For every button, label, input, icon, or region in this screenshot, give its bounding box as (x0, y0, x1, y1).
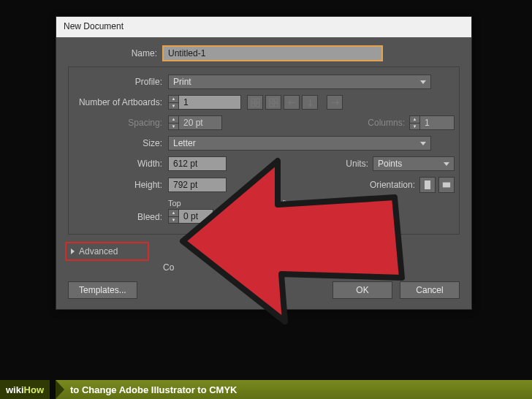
ok-button[interactable]: OK (332, 281, 392, 299)
artboards-label: Number of Artboards: (73, 97, 168, 107)
units-select[interactable]: Points (373, 156, 455, 171)
arrange-col-icon[interactable] (302, 95, 318, 110)
units-label: Units: (346, 159, 373, 169)
advanced-disclosure[interactable]: Advanced (65, 242, 149, 261)
dialog-titlebar[interactable]: New Document (56, 17, 471, 37)
orientation-landscape-icon[interactable] (438, 177, 455, 193)
artboard-arrangement-icons (247, 95, 343, 110)
spacing-label: Spacing: (73, 118, 168, 128)
profile-select[interactable]: Print (168, 75, 431, 89)
artboards-input[interactable] (178, 95, 241, 110)
bleed-right-input[interactable] (336, 209, 371, 224)
height-input[interactable] (168, 178, 227, 192)
orientation-label: Orientation: (370, 180, 419, 190)
bleed-top-label: Top (168, 199, 213, 208)
bleed-top-input[interactable] (178, 209, 213, 224)
svg-rect-6 (274, 98, 278, 102)
units-value: Points (378, 159, 402, 169)
obscured-info-line: Co gn to Pixel Grid:No (68, 262, 460, 273)
brand-post: How (24, 384, 44, 395)
wikihow-logo: wikiHow (0, 380, 56, 399)
bleed-bottom-stepper[interactable]: ▲▼ (221, 209, 266, 224)
bleed-left-input[interactable] (284, 209, 319, 224)
width-label: Width: (73, 159, 168, 169)
svg-rect-0 (251, 98, 254, 102)
grid-by-row-icon[interactable] (247, 95, 263, 110)
bleed-label: Bleed: (73, 212, 168, 224)
settings-panel: Profile: Print Number of Artboards: ▲▼ (68, 66, 460, 235)
bleed-right-stepper[interactable]: ▲▼ (326, 209, 371, 224)
cancel-button[interactable]: Cancel (400, 281, 460, 299)
arrange-row-rtl-icon[interactable] (284, 95, 300, 110)
svg-rect-1 (256, 98, 259, 102)
bleed-bottom-label (221, 199, 266, 208)
svg-rect-3 (256, 103, 259, 107)
templates-button[interactable]: Templates... (68, 281, 137, 299)
new-document-dialog: New Document Name: Profile: Print Number… (56, 16, 472, 310)
svg-rect-7 (274, 103, 278, 107)
bleed-top-stepper[interactable]: ▲▼ (168, 209, 213, 224)
disclosure-triangle-icon (71, 248, 75, 254)
bleed-left-stepper[interactable]: ▲▼ (273, 209, 319, 224)
name-input[interactable] (163, 46, 382, 61)
bleed-link-icon[interactable] (379, 209, 390, 224)
name-label: Name: (68, 48, 163, 58)
svg-rect-4 (269, 98, 273, 102)
brand-pre: wiki (6, 384, 24, 395)
obscured-left: Co (163, 262, 174, 273)
banner-title: to Change Adobe Illustrator to CMYK (70, 384, 237, 395)
arrange-row-ltr-icon[interactable] (327, 95, 343, 110)
spacing-input (178, 115, 222, 130)
size-select[interactable]: Letter (168, 136, 431, 151)
dialog-title: New Document (64, 21, 123, 31)
columns-stepper: ▲▼ (409, 115, 455, 130)
columns-input (419, 115, 455, 130)
bleed-left-label: Left (273, 199, 319, 208)
svg-rect-8 (425, 180, 430, 189)
artboards-stepper[interactable]: ▲▼ (168, 95, 241, 110)
svg-rect-5 (269, 103, 273, 107)
height-label: Height: (73, 180, 168, 190)
width-input[interactable] (168, 156, 227, 171)
size-label: Size: (73, 138, 168, 148)
bleed-right-label: Right (326, 199, 371, 208)
columns-label: Columns: (368, 118, 409, 128)
wikihow-banner: wikiHow to Change Adobe Illustrator to C… (0, 380, 532, 399)
profile-label: Profile: (73, 77, 168, 87)
profile-value: Print (173, 77, 191, 87)
svg-rect-2 (251, 103, 254, 107)
advanced-label: Advanced (79, 246, 118, 256)
svg-rect-9 (443, 183, 450, 188)
orientation-portrait-icon[interactable] (419, 177, 436, 193)
grid-by-col-icon[interactable] (265, 95, 281, 110)
bleed-bottom-input[interactable] (231, 209, 266, 224)
spacing-stepper: ▲▼ (168, 115, 222, 130)
size-value: Letter (173, 138, 196, 148)
obscured-right: gn to Pixel Grid:No (284, 262, 357, 273)
